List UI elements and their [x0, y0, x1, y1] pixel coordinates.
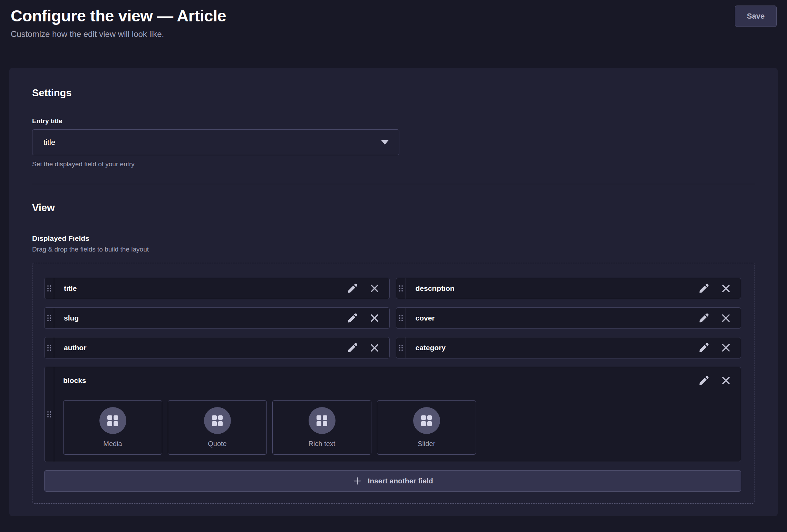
- drag-handle[interactable]: [45, 308, 54, 328]
- edit-field-button[interactable]: [697, 312, 710, 325]
- fields-dropzone: title description slug: [32, 263, 755, 504]
- remove-field-button[interactable]: [719, 282, 732, 295]
- field-row-label: description: [406, 278, 698, 299]
- component-grid-icon: [99, 407, 126, 434]
- edit-field-button[interactable]: [697, 341, 710, 354]
- drag-dots-icon: [47, 411, 52, 418]
- edit-field-button[interactable]: [346, 341, 359, 354]
- drag-dots-icon: [398, 285, 404, 292]
- cross-icon: [720, 342, 732, 354]
- cross-icon: [369, 283, 380, 294]
- field-row-label: title: [54, 278, 346, 299]
- field-row-category: category: [396, 337, 741, 358]
- component-grid-icon: [204, 407, 231, 434]
- remove-field-button[interactable]: [719, 341, 732, 354]
- edit-field-button[interactable]: [697, 282, 710, 295]
- pencil-icon: [698, 312, 710, 324]
- component-card-quote[interactable]: Quote: [168, 400, 267, 455]
- drag-dots-icon: [47, 285, 52, 292]
- drag-dots-icon: [47, 314, 52, 322]
- cross-icon: [720, 312, 732, 324]
- displayed-fields-subtitle: Drag & drop the fields to build the layo…: [32, 246, 755, 253]
- entry-title-select-value: title: [43, 138, 55, 147]
- section-divider: [32, 184, 755, 184]
- entry-title-helper: Set the displayed field of your entry: [32, 160, 755, 168]
- remove-field-button[interactable]: [368, 341, 381, 354]
- component-grid-icon: [309, 407, 336, 434]
- drag-handle[interactable]: [45, 278, 54, 299]
- configuration-panel: Settings Entry title title Set the displ…: [9, 68, 778, 516]
- edit-field-button[interactable]: [346, 282, 359, 295]
- field-row-label: cover: [406, 308, 698, 328]
- pencil-icon: [698, 282, 710, 295]
- insert-another-field-label: Insert another field: [368, 477, 433, 485]
- drag-handle[interactable]: [396, 278, 406, 299]
- drag-handle[interactable]: [45, 367, 54, 462]
- remove-field-button[interactable]: [719, 312, 732, 325]
- cross-icon: [720, 375, 732, 386]
- drag-handle[interactable]: [45, 337, 54, 358]
- cross-icon: [369, 312, 380, 324]
- cross-icon: [369, 342, 380, 354]
- drag-dots-icon: [398, 314, 404, 322]
- component-grid-icon: [413, 407, 440, 434]
- component-card-label: Media: [103, 440, 122, 448]
- remove-field-button[interactable]: [719, 374, 732, 387]
- component-card-label: Rich text: [309, 440, 336, 448]
- component-card-label: Slider: [418, 440, 435, 448]
- entry-title-label: Entry title: [32, 117, 755, 125]
- edit-field-button[interactable]: [697, 374, 710, 387]
- component-card-slider[interactable]: Slider: [377, 400, 476, 455]
- edit-field-button[interactable]: [346, 312, 359, 325]
- drag-dots-icon: [47, 344, 52, 352]
- view-heading: View: [32, 202, 755, 214]
- pencil-icon: [346, 312, 359, 324]
- page-subtitle: Customize how the edit view will look li…: [11, 29, 773, 39]
- entry-title-field: Entry title title Set the displayed fiel…: [32, 117, 755, 168]
- pencil-icon: [698, 374, 710, 387]
- field-row-blocks: blocks Media Quote: [44, 367, 741, 462]
- component-cards: Media Quote Rich text Slider: [63, 400, 732, 455]
- pencil-icon: [346, 342, 359, 354]
- pencil-icon: [698, 342, 710, 354]
- insert-another-field-button[interactable]: Insert another field: [44, 470, 741, 492]
- component-card-rich-text[interactable]: Rich text: [272, 400, 371, 455]
- cross-icon: [720, 283, 732, 294]
- plus-icon: [352, 476, 362, 486]
- field-row-cover: cover: [396, 307, 741, 329]
- field-row-label: blocks: [63, 376, 86, 385]
- page-title: Configure the view — Article: [11, 6, 773, 25]
- page-header: Configure the view — Article Customize h…: [0, 0, 787, 39]
- field-row-description: description: [396, 278, 741, 299]
- displayed-fields-title: Displayed Fields: [32, 234, 755, 243]
- drag-handle[interactable]: [396, 337, 406, 358]
- field-row-author: author: [44, 337, 390, 358]
- settings-heading: Settings: [32, 87, 755, 99]
- chevron-down-icon: [381, 140, 389, 145]
- field-row-title: title: [44, 278, 390, 299]
- component-card-label: Quote: [208, 440, 226, 448]
- entry-title-select[interactable]: title: [32, 129, 399, 155]
- field-row-label: slug: [54, 308, 346, 328]
- fields-grid: title description slug: [44, 278, 741, 462]
- drag-dots-icon: [398, 344, 404, 352]
- remove-field-button[interactable]: [368, 282, 381, 295]
- component-card-media[interactable]: Media: [63, 400, 162, 455]
- field-row-slug: slug: [44, 307, 390, 329]
- field-row-label: author: [54, 337, 346, 358]
- remove-field-button[interactable]: [368, 312, 381, 325]
- save-button[interactable]: Save: [735, 6, 777, 27]
- pencil-icon: [346, 282, 359, 295]
- drag-handle[interactable]: [396, 308, 406, 328]
- field-row-label: category: [406, 337, 698, 358]
